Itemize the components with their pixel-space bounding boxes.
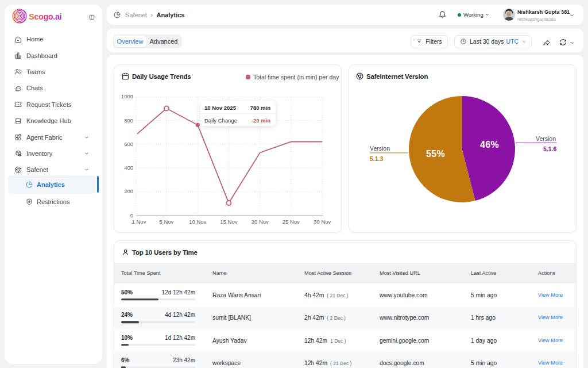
svg-text:0: 0 [130,212,133,218]
svg-text:400: 400 [124,164,133,171]
svg-text:25 Nov: 25 Nov [283,218,300,225]
svg-text:30 Nov: 30 Nov [314,218,331,225]
svg-text:1000: 1000 [121,93,133,99]
svg-text:20 Nov: 20 Nov [252,218,269,225]
svg-text:600: 600 [124,141,133,147]
svg-text:200: 200 [124,188,133,194]
svg-text:1 Nov: 1 Nov [132,218,146,225]
svg-text:15 Nov: 15 Nov [220,218,237,225]
svg-text:10 Nov: 10 Nov [189,218,206,225]
svg-text:800: 800 [124,117,133,124]
svg-text:5 Nov: 5 Nov [159,218,173,225]
